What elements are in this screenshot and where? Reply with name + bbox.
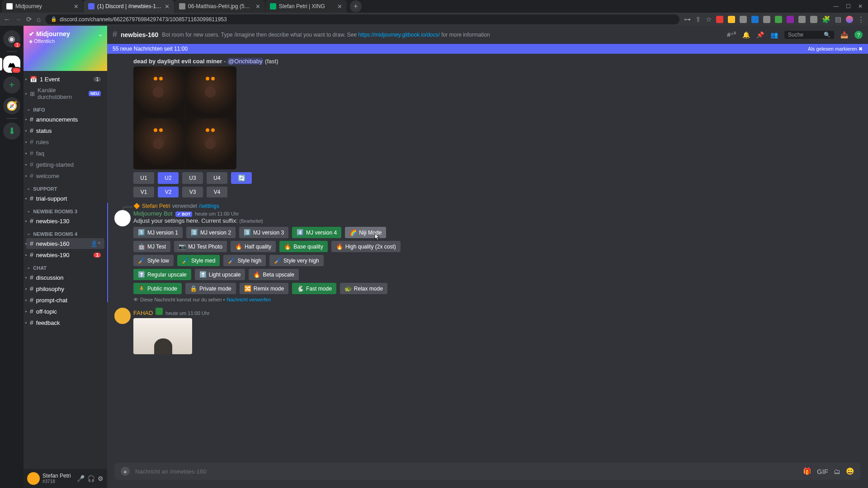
tab-midjourney[interactable]: Midjourney✕	[2, 0, 83, 13]
ext-icon[interactable]	[798, 16, 806, 23]
channel-category[interactable]: NEWBIE ROOMS 3	[26, 204, 104, 215]
channel-category[interactable]: INFO	[26, 103, 104, 113]
variation-v1[interactable]: V1	[133, 187, 154, 197]
settings-icon[interactable]: ⚙	[98, 475, 104, 482]
browse-channels[interactable]: ⊞Kanäle durchstöbernNEU	[26, 85, 104, 102]
sidepanel-icon[interactable]: ▤	[835, 15, 841, 23]
dm-button[interactable]: ◉1	[3, 30, 20, 47]
members-icon[interactable]: 👥	[770, 31, 778, 38]
upscale-u1[interactable]: U1	[133, 172, 154, 184]
upscale-u3[interactable]: U3	[182, 172, 203, 184]
explore-button[interactable]: 🧭	[3, 97, 20, 114]
maximize-icon[interactable]: ☐	[846, 3, 851, 9]
channel-getting-started[interactable]: #getting-started	[26, 159, 104, 170]
deafen-icon[interactable]: 🎧	[87, 475, 95, 482]
setting-public-mode[interactable]: 🧍Public mode	[133, 283, 182, 294]
new-messages-bar[interactable]: 55 neue Nachrichten seit 11:00 Als geles…	[107, 44, 868, 54]
key-icon[interactable]: ⊶	[684, 15, 691, 23]
emoji-icon[interactable]: 😀	[846, 467, 854, 475]
setting-base-quality[interactable]: 🔥Base quality	[279, 241, 327, 252]
slash-command[interactable]: /settings	[199, 203, 219, 209]
channel-category[interactable]: SUPPORT	[26, 182, 104, 192]
gift-icon[interactable]: 🎁	[803, 467, 811, 475]
ext-icon[interactable]	[810, 16, 817, 23]
setting-niji-mode[interactable]: 🌈Niji Mode	[345, 227, 386, 238]
user-mention[interactable]: @Onchibaby	[227, 58, 263, 65]
attach-button[interactable]: +	[121, 467, 130, 476]
variation-v3[interactable]: V3	[182, 187, 203, 197]
close-window-icon[interactable]: ✕	[858, 3, 863, 9]
channel-category[interactable]: CHAT	[26, 261, 104, 272]
channel-status[interactable]: #status	[26, 125, 104, 136]
upscale-u4[interactable]: U4	[207, 172, 227, 184]
close-icon[interactable]: ✕	[337, 3, 342, 10]
setting-style-med[interactable]: 🖌️Style med	[177, 255, 220, 266]
bot-username[interactable]: Midjourney Bot	[133, 210, 173, 217]
extensions-icon[interactable]: 🧩	[822, 15, 830, 23]
setting-style-low[interactable]: 🖌️Style low	[133, 255, 174, 266]
ext-icon[interactable]	[763, 16, 770, 23]
tab-xing[interactable]: Stefan Petri | XING✕	[265, 0, 347, 13]
setting-half-quality[interactable]: 🔥Half quality	[231, 241, 276, 252]
reload-icon[interactable]: ⟳	[26, 15, 32, 23]
channel-prompt-chat[interactable]: #prompt-chat	[26, 295, 104, 305]
ext-icon[interactable]	[787, 16, 794, 23]
new-tab-button[interactable]: +	[350, 0, 362, 12]
share-icon[interactable]: ⇪	[695, 15, 701, 23]
ext-icon[interactable]	[751, 16, 759, 23]
channel-rules[interactable]: #rules	[26, 136, 104, 147]
bot-avatar[interactable]	[114, 210, 131, 226]
profile-icon[interactable]	[846, 16, 853, 23]
channel-newbies-160[interactable]: #newbies-160👤⁺	[26, 238, 104, 249]
message-list[interactable]: dead by daylight evil coal miner - @Onch…	[107, 54, 868, 458]
star-icon[interactable]: ☆	[706, 15, 712, 23]
setting-style-high[interactable]: 🖌️Style high	[223, 255, 266, 266]
add-server-button[interactable]: +	[3, 76, 20, 94]
close-icon[interactable]: ✕	[255, 3, 260, 10]
upscale-u2[interactable]: U2	[158, 172, 179, 184]
user-info[interactable]: Stefan Petri#3718	[42, 473, 74, 484]
channel-discussion[interactable]: #discussion	[26, 272, 104, 283]
inbox-icon[interactable]: 📥	[840, 31, 848, 38]
ext-icon[interactable]	[728, 16, 735, 23]
search-input[interactable]: Suche🔍	[784, 31, 834, 39]
variation-v4[interactable]: V4	[207, 187, 227, 197]
forward-icon[interactable]: →	[15, 15, 22, 23]
minimize-icon[interactable]: —	[833, 3, 839, 9]
add-people-icon[interactable]: 👤⁺	[90, 240, 101, 247]
threads-icon[interactable]: #⁺9	[727, 31, 736, 38]
channel-trial-support[interactable]: #trial-support	[26, 193, 104, 204]
setting-mj-version-4[interactable]: 4️⃣MJ version 4	[292, 227, 341, 238]
image-grid[interactable]	[133, 66, 236, 169]
ext-icon[interactable]	[740, 16, 747, 23]
setting-mj-version-2[interactable]: 2️⃣MJ version 2	[186, 227, 236, 238]
menu-icon[interactable]: ⋮	[858, 15, 864, 23]
server-midjourney[interactable]: ⋯	[3, 56, 20, 73]
setting-mj-version-1[interactable]: 1️⃣MJ version 1	[133, 227, 183, 238]
tab-discord[interactable]: (1) Discord | #newbies-160 | Mid✕	[84, 0, 174, 13]
setting-style-very-high[interactable]: 🖌️Style very high	[269, 255, 324, 266]
notifications-icon[interactable]: 🔔	[742, 31, 750, 38]
channel-newbies-130[interactable]: #newbies-130	[26, 216, 104, 226]
channel-faq[interactable]: #faq	[26, 148, 104, 159]
setting-mj-test-photo[interactable]: 📷MJ Test Photo	[174, 241, 227, 252]
sticker-icon[interactable]: 🗂	[834, 468, 840, 475]
username[interactable]: FAHAD	[133, 310, 153, 316]
pins-icon[interactable]: 📌	[756, 31, 764, 38]
setting-mj-test[interactable]: 🤖MJ Test	[133, 241, 170, 252]
setting-light-upscale[interactable]: ⬆️Light upscale	[195, 269, 245, 280]
setting-relax-mode[interactable]: 🐢Relax mode	[340, 283, 387, 294]
ext-icon[interactable]	[775, 16, 782, 23]
setting-remix-mode[interactable]: 🔀Remix mode	[240, 283, 288, 294]
server-header[interactable]: ✔Midjourney ◈ Öffentlich ⌄	[24, 26, 107, 71]
setting-fast-mode[interactable]: 🐇Fast mode	[292, 283, 336, 294]
setting-mj-version-3[interactable]: 3️⃣MJ version 3	[239, 227, 288, 238]
dismiss-link[interactable]: Nachricht verwerfen	[226, 297, 271, 302]
help-icon[interactable]: ?	[854, 31, 863, 39]
gif-icon[interactable]: GIF	[817, 468, 828, 475]
events-row[interactable]: 📅1 Event1	[26, 74, 104, 84]
message-input[interactable]: + Nachricht an #newbies-160 🎁 GIF 🗂 😀	[114, 463, 861, 480]
message-image[interactable]	[133, 318, 192, 354]
setting-private-mode[interactable]: 🔒Private mode	[185, 283, 236, 294]
channel-topic[interactable]: Bot room for new users. Type /imagine th…	[162, 32, 723, 38]
